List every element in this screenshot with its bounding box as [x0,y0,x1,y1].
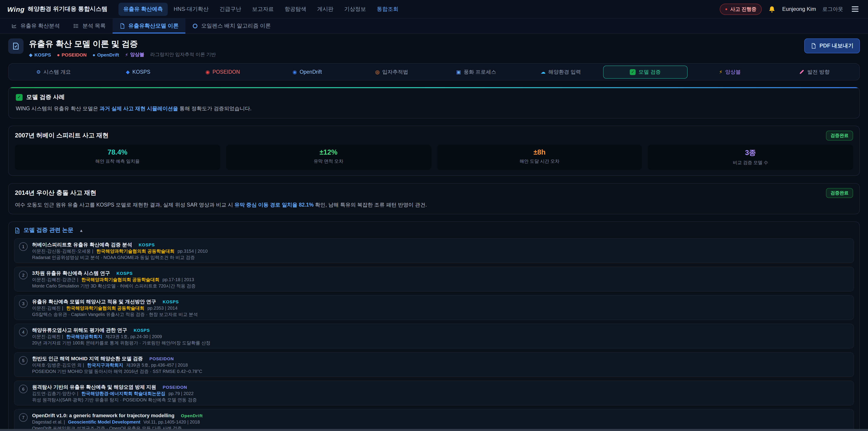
paper-row[interactable]: 7 OpenDrift v1.0: a generic framework fo… [14,409,854,431]
hamburger-menu-icon[interactable] [849,4,861,14]
paper-row[interactable]: 1 허베이스피리트호 유출유 확산예측 검증 분석 KOSPS 이문진·강신동·… [14,238,854,263]
tab-analysis-list[interactable]: 분석 목록 [67,19,113,33]
collapse-arrow-icon: ▲ [79,228,84,233]
section-tab-particle-tracking[interactable]: ◎ 입자추적법 [349,65,434,79]
diamond-icon: ◆ [126,69,130,74]
section-tab-model-validation[interactable]: ✓ 모델 검증 [603,65,688,79]
paper-model-badge: POSEIDON [149,356,174,361]
highlighted-text: 유막 중심 이동 경로 일치율 82.1% [235,202,313,208]
paper-meta: 제23권 1호, pp.24-30 | 2009 [105,334,162,339]
paper-journal-link[interactable]: Geoscientific Model Development [68,420,141,425]
page-title: 유출유 확산 모델 이론 및 검증 [29,38,216,49]
pdf-button-label: PDF 내보내기 [819,42,854,50]
section-tab-poseidon[interactable]: ◉ POSEIDON [180,65,265,79]
chart-icon [11,23,17,29]
section-tab-label: 입자추적법 [382,68,408,75]
paper-desc: Radarsat 인공위성영상 비교 분석 · NOAA GNOME과 동일 입… [32,255,208,260]
paper-row[interactable]: 5 한반도 인근 해역 MOHID 지역 해양순환 모델 검증 POSEIDON… [14,352,854,377]
validation-complete-badge: 검증완료 [826,188,853,198]
nav-item-emergency-rescue[interactable]: 긴급구난 [215,2,246,16]
stat-value: 3종 [651,148,850,158]
pdf-export-button[interactable]: PDF 내보내기 [804,38,860,53]
paper-number: 4 [19,328,28,336]
paper-journal-link[interactable]: 한국해양공학회지 [66,334,102,339]
paper-row[interactable]: 3 유출유 확산예측 모델의 해양사고 적용 및 개선방안 연구 KOSPS 이… [14,295,854,320]
separator: | [77,391,78,396]
top-navbar: Wing 해양환경 위기대응 통합시스템 유출유 확산예측 HNS·대기확산 긴… [0,0,868,19]
pdf-document-icon [810,43,816,49]
paper-number: 1 [19,242,28,251]
tab-label: 유출유 확산분석 [20,22,60,30]
badge-poseidon: ● POSEIDON [57,52,87,57]
paper-journal-link[interactable]: 한국해양과학기술협의회 공동학술대회 [96,249,175,254]
lightning-icon: ⚡ [719,69,722,74]
paper-row[interactable]: 2 3차원 유출유 확산예측 시스템 연구 KOSPS 이문진·김혜진·강관근 … [14,267,854,291]
nav-item-reports[interactable]: 보고자료 [247,2,279,16]
page-icon [8,38,24,54]
stat-label: 해안 표착 예측 일치율 [18,158,217,164]
section-tab-label: 풍화 프로세스 [464,68,496,75]
paper-journal-link[interactable]: 한국지구과학회지 [87,363,123,368]
paper-authors: 이재호·임병준·김도연 외 [32,363,82,368]
paper-journal-link[interactable]: 한국해양과학기술협의회 공동학술대회 [66,306,145,311]
nav-item-hns-dispersion[interactable]: HNS·대기확산 [168,2,214,16]
nav-item-oil-spill-prediction[interactable]: 유출유 확산예측 [119,2,168,16]
paper-title: 원격탐사 기반의 유출유 확산예측 및 해양오염 방제 지원 [32,384,156,390]
nav-item-board[interactable]: 게시판 [312,2,338,16]
paper-row[interactable]: 4 해양유류오염사고 위해도 평가에 관한 연구 KOSPS 이문진·김혜진 |… [14,324,854,348]
separator: | [62,334,63,339]
sub-navbar: 유출유 확산분석 분석 목록 유출유확산모델 이론 오일펜스 배치 알고리즘 이… [0,19,868,34]
incident-status-label: 사고 진행중 [730,6,756,12]
separator: | [83,363,84,368]
page-subtitle: 라그랑지안 입자추적 이론 기반 [150,52,216,58]
section-tab-kosps[interactable]: ◆ KOSPS [96,65,180,79]
tab-label: 오일펜스 배치 알고리즘 이론 [201,22,271,30]
papers-header-toggle[interactable]: 모델 검증 관련 논문 ▲ [14,226,854,234]
navbar-right: ● 사고 진행중 Eunjeong Kim 로그아웃 [720,3,861,15]
stat-value: ±12% [229,148,429,156]
model-badges: ◆ KOSPS ● POSEIDON ● OpenDrift ⚡ 앙상블 [29,52,216,58]
target-icon: ◉ [206,69,210,74]
section-tab-overview[interactable]: ⚙ 시스템 개요 [11,65,96,79]
separator: | [77,277,78,282]
nav-item-integrated-search[interactable]: 통합조회 [372,2,403,16]
section-tab-label: 앙상블 [725,68,741,75]
target-icon: ◉ [292,69,297,74]
section-tab-label: 모델 검증 [639,68,661,75]
dot-icon: ● [92,52,95,57]
section-tab-label: KOSPS [132,69,150,74]
paper-journal-link[interactable]: 한국해양과학기술협의회 공동학술대회 [81,277,160,282]
section-tab-weathering[interactable]: ▣ 풍화 프로세스 [434,65,519,79]
paper-title: 해양유류오염사고 위해도 평가에 관한 연구 [32,327,127,333]
papers-heading-label: 모델 검증 관련 논문 [24,226,73,234]
section-tab-ensemble[interactable]: ⚡ 앙상블 [688,65,772,79]
badge-opendrift: ● OpenDrift [92,52,119,57]
app-logo: Wing [7,5,25,13]
paper-number: 6 [19,385,28,393]
paper-number: 5 [19,356,28,365]
separator: | [64,420,65,425]
paper-meta: pp.3154 | 2010 [178,249,208,254]
tab-model-theory[interactable]: 유출유확산모델 이론 [112,19,185,33]
text-segment: 여수 오동도 인근 원유 유출 사고를 KOSPS 모델로 재현한 결과, 실제… [15,202,235,208]
brand[interactable]: Wing 해양환경 위기대응 통합시스템 [7,5,107,13]
paper-journal-link[interactable]: 한국해양환경·에너지학회 학술대회논문집 [81,391,165,396]
paper-number: 2 [19,271,28,279]
section-tab-roadmap[interactable]: 발전 방향 [772,65,857,79]
horizontal-scrollbar[interactable] [0,429,868,431]
section-tab-ocean-input[interactable]: ☁ 해양환경 입력 [519,65,603,79]
section-tab-opendrift[interactable]: ◉ OpenDrift [265,65,349,79]
paper-authors: Dagestad et al. [32,420,63,425]
tab-boom-algorithm-theory[interactable]: 오일펜스 배치 알고리즘 이론 [185,19,278,33]
notification-bell-icon[interactable] [768,5,776,13]
nav-item-aerial-search[interactable]: 항공탐색 [280,2,311,16]
tab-spill-analysis[interactable]: 유출유 확산분석 [4,19,67,33]
paper-row[interactable]: 6 원격탐사 기반의 유출유 확산예측 및 해양오염 방제 지원 POSEIDO… [14,380,854,405]
rocket-icon [799,69,805,74]
separator: | [62,306,63,311]
hebei-spirit-card: 2007년 허베이 스피리트 사고 재현 검증완료 78.4% 해안 표착 예측… [8,126,860,176]
nav-item-weather-info[interactable]: 기상정보 [339,2,371,16]
stats-grid: 78.4% 해안 표착 예측 일치율 ±12% 유막 면적 오차 ±8h 해안 … [15,145,853,170]
logout-link[interactable]: 로그아웃 [822,6,843,12]
incident-status-badge[interactable]: ● 사고 진행중 [720,3,762,15]
